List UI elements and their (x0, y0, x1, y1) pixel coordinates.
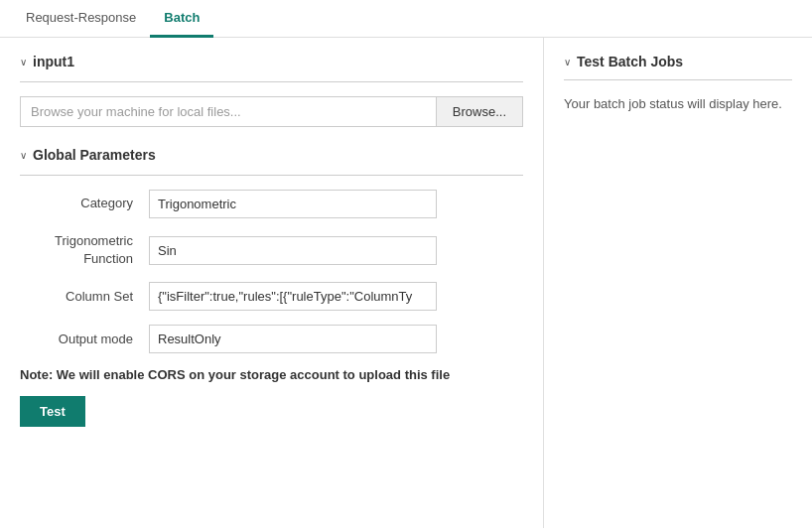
batch-status-text: Your batch job status will display here. (564, 96, 792, 111)
input-section-divider (20, 81, 523, 82)
param-row-trig-function: Trigonometric Function Sin (20, 232, 523, 268)
param-input-trig-function[interactable]: Sin (149, 236, 437, 265)
file-input-row: Browse your machine for local files... B… (20, 96, 523, 127)
file-placeholder-text: Browse your machine for local files... (21, 97, 436, 126)
param-input-output-mode[interactable]: ResultOnly (149, 325, 437, 353)
right-panel: ∨ Test Batch Jobs Your batch job status … (544, 38, 812, 528)
param-label-column-set: Column Set (20, 288, 149, 306)
param-label-category: Category (20, 195, 149, 212)
param-row-category: Category Trigonometric (20, 190, 523, 218)
param-input-column-set[interactable]: {"isFilter":true,"rules":[{"ruleType":"C… (149, 282, 437, 311)
tab-request-response[interactable]: Request-Response (12, 0, 150, 38)
batch-jobs-title: Test Batch Jobs (577, 54, 683, 69)
global-params-divider (20, 175, 523, 176)
batch-jobs-chevron-icon[interactable]: ∨ (564, 57, 571, 67)
input-section-header: ∨ input1 (20, 54, 523, 69)
tab-batch[interactable]: Batch (150, 0, 213, 38)
left-panel: ∨ input1 Browse your machine for local f… (0, 38, 544, 528)
input-section-title: input1 (33, 54, 74, 69)
param-row-column-set: Column Set {"isFilter":true,"rules":[{"r… (20, 282, 523, 311)
global-params-title: Global Parameters (33, 147, 156, 163)
global-params-section: ∨ Global Parameters Category Trigonometr… (20, 147, 523, 353)
test-button[interactable]: Test (20, 396, 85, 427)
batch-jobs-header: ∨ Test Batch Jobs (564, 54, 792, 69)
param-label-output-mode: Output mode (20, 331, 149, 348)
main-content: ∨ input1 Browse your machine for local f… (0, 38, 812, 528)
input-chevron-icon[interactable]: ∨ (20, 57, 27, 67)
global-params-chevron-icon[interactable]: ∨ (20, 150, 27, 161)
param-row-output-mode: Output mode ResultOnly (20, 325, 523, 353)
global-params-header: ∨ Global Parameters (20, 147, 523, 163)
tab-bar: Request-Response Batch (0, 0, 812, 38)
browse-button[interactable]: Browse... (436, 97, 522, 126)
cors-note: Note: We will enable CORS on your storag… (20, 367, 523, 382)
param-label-trig-function: Trigonometric Function (20, 232, 149, 268)
batch-jobs-divider (564, 79, 792, 80)
param-input-category[interactable]: Trigonometric (149, 190, 437, 218)
